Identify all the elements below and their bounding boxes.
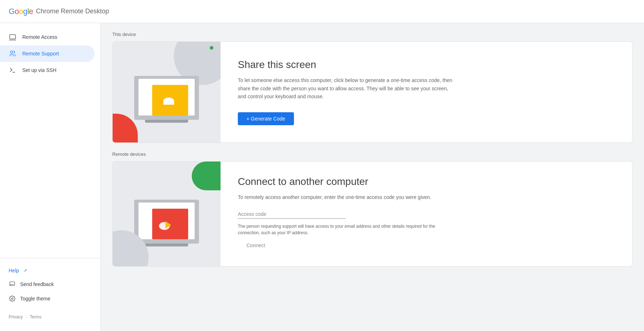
share-screen-actions: + Generate Code bbox=[238, 112, 615, 125]
section-label-this-device: This device bbox=[112, 32, 632, 37]
share-screen-description: To let someone else access this computer… bbox=[238, 76, 454, 100]
laptop-icon bbox=[9, 33, 17, 41]
content-area: This device bbox=[101, 23, 644, 331]
svg-point-5 bbox=[12, 298, 13, 300]
sidebar-item-ssh[interactable]: Set up via SSH bbox=[0, 62, 95, 78]
feedback-label: Send feedback bbox=[20, 281, 54, 287]
laptop-screen-2 bbox=[134, 200, 199, 239]
play-icon bbox=[165, 221, 171, 228]
share-screen-title: Share this screen bbox=[238, 59, 615, 71]
privacy-link[interactable]: Privacy bbox=[9, 314, 23, 319]
connect-actions: Connect bbox=[238, 239, 615, 252]
sidebar-item-label: Remote Access bbox=[22, 34, 57, 40]
connect-computer-content: Connect to another computer To remotely … bbox=[221, 162, 632, 266]
terminal-icon bbox=[9, 66, 17, 74]
sidebar-item-label: Set up via SSH bbox=[22, 67, 56, 73]
section-this-device: This device bbox=[112, 32, 632, 143]
terms-link[interactable]: Terms bbox=[30, 314, 42, 319]
laptop-stand-2 bbox=[145, 244, 188, 246]
white-bird-shape bbox=[163, 98, 174, 105]
connect-button[interactable]: Connect bbox=[238, 239, 274, 252]
logo: Google Chrome Remote Desktop bbox=[9, 7, 109, 16]
feedback-icon bbox=[9, 281, 16, 288]
laptop-screen bbox=[134, 76, 199, 115]
send-feedback-button[interactable]: Send feedback bbox=[9, 277, 92, 291]
gear-icon bbox=[9, 295, 16, 302]
sidebar-item-remote-access[interactable]: Remote Access bbox=[0, 29, 95, 45]
laptop-base bbox=[134, 115, 199, 120]
green-shape bbox=[192, 162, 221, 190]
sidebar-footer: Privacy · Terms bbox=[0, 312, 100, 325]
share-screen-content: Share this screen To let someone else ac… bbox=[221, 42, 632, 142]
toggle-theme-label: Toggle theme bbox=[20, 296, 50, 301]
sidebar-nav: Remote Access Remote Support bbox=[0, 29, 100, 255]
share-screen-card: Share this screen To let someone else ac… bbox=[112, 41, 632, 143]
header: Google Chrome Remote Desktop bbox=[0, 0, 644, 23]
generate-code-button[interactable]: + Generate Code bbox=[238, 112, 294, 125]
people-icon bbox=[9, 50, 17, 58]
laptop-graphic-2 bbox=[134, 200, 199, 246]
external-link-icon: ↗ bbox=[23, 268, 27, 273]
sidebar-item-remote-support[interactable]: Remote Support bbox=[0, 45, 95, 62]
sidebar-bottom: Help ↗ Send feedback bbox=[0, 258, 100, 312]
laptop-stand bbox=[145, 120, 188, 123]
help-link[interactable]: Help ↗ bbox=[9, 264, 92, 277]
connect-computer-title: Connect to another computer bbox=[238, 176, 615, 187]
main-layout: Remote Access Remote Support bbox=[0, 23, 644, 331]
section-remote-devices: Remote devices bbox=[112, 151, 632, 267]
green-dot bbox=[210, 46, 213, 50]
sidebar-item-label: Remote Support bbox=[22, 51, 59, 56]
access-code-input[interactable] bbox=[238, 210, 346, 219]
svg-point-2 bbox=[10, 51, 13, 54]
connect-computer-card: Connect to another computer To remotely … bbox=[112, 161, 632, 267]
connect-computer-description: To remotely access another computer, ent… bbox=[238, 193, 454, 201]
google-logo: Google bbox=[9, 7, 33, 16]
toggle-theme-button[interactable]: Toggle theme bbox=[9, 291, 92, 306]
footer-dot: · bbox=[26, 314, 27, 319]
app-name: Chrome Remote Desktop bbox=[36, 8, 109, 15]
laptop-inner-2 bbox=[139, 203, 195, 239]
access-code-wrapper bbox=[238, 210, 615, 219]
help-label: Help bbox=[9, 268, 19, 273]
laptop-screen-inner bbox=[139, 79, 195, 115]
connect-computer-illustration bbox=[113, 162, 221, 266]
sidebar: Remote Access Remote Support bbox=[0, 23, 101, 331]
section-label-remote-devices: Remote devices bbox=[112, 151, 632, 157]
share-screen-illustration bbox=[113, 42, 221, 142]
access-code-help: The person requesting support will have … bbox=[238, 223, 454, 236]
svg-rect-0 bbox=[10, 35, 16, 39]
laptop-graphic bbox=[134, 76, 199, 123]
